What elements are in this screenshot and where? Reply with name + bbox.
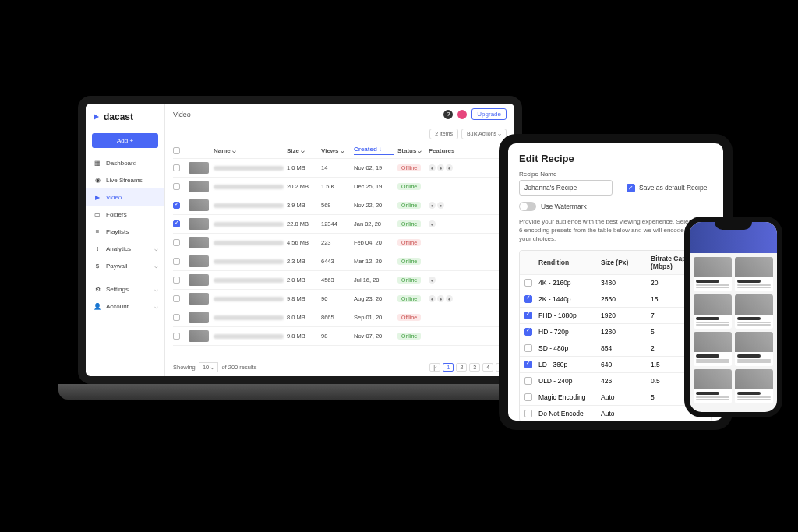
row-checkbox[interactable] (173, 295, 180, 302)
watermark-label: Use Watermark (541, 203, 587, 210)
page-first[interactable]: |‹ (429, 363, 440, 372)
avatar[interactable] (457, 110, 467, 119)
views-cell: 90 (321, 295, 351, 302)
rendition-row[interactable]: ULD - 240p 426 0.5 (520, 373, 711, 389)
page-3[interactable]: 3 (469, 363, 480, 372)
table-row[interactable]: 3.9 MB 568 Nov 22, 20 Online ●● (173, 196, 507, 215)
col-status[interactable]: Status ⌵ (397, 147, 425, 154)
rendition-checkbox[interactable] (524, 377, 532, 385)
phone-card[interactable] (694, 257, 732, 291)
created-cell: Jul 16, 20 (354, 277, 394, 284)
watermark-toggle[interactable] (519, 202, 536, 211)
row-checkbox[interactable] (173, 258, 180, 265)
phone-card[interactable] (735, 332, 773, 366)
rendition-row[interactable]: HD - 720p 1280 5 (520, 324, 711, 340)
row-checkbox[interactable] (173, 220, 180, 227)
row-checkbox[interactable] (173, 277, 180, 284)
rendition-name: 2K - 1440p (538, 295, 601, 303)
row-checkbox[interactable] (173, 333, 180, 340)
select-all-checkbox[interactable] (173, 147, 180, 154)
sidebar-item-analytics[interactable]: ⫾Analytics⌵ (86, 240, 164, 257)
filter-row: 2 items Bulk Actions ⌵ (165, 125, 514, 143)
video-name (214, 185, 284, 189)
phone-grid (690, 253, 777, 407)
page-4[interactable]: 4 (482, 363, 493, 372)
help-icon[interactable]: ? (443, 110, 453, 119)
rendition-checkbox[interactable] (524, 328, 532, 336)
sidebar-item-video[interactable]: ▶Video (86, 188, 164, 206)
page-2[interactable]: 2 (456, 363, 467, 372)
bulk-actions-button[interactable]: Bulk Actions ⌵ (461, 129, 507, 139)
dashboard-icon: ▦ (94, 159, 101, 167)
rendition-row[interactable]: 4K - 2160p 3480 20 (520, 275, 711, 291)
row-checkbox[interactable] (173, 314, 180, 321)
thumbnail (189, 330, 209, 342)
col-views[interactable]: Views ⌵ (321, 147, 351, 154)
phone-card[interactable] (735, 294, 773, 329)
sidebar-item-paywall[interactable]: $Paywall⌵ (86, 257, 164, 274)
sidebar-item-folders[interactable]: ▭Folders (86, 206, 164, 223)
rendition-name: FHD - 1080p (538, 312, 601, 319)
chevron-down-icon: ⌵ (154, 245, 158, 252)
table-row[interactable]: 8.0 MB 8665 Sep 01, 20 Offline (173, 308, 507, 327)
rendition-checkbox[interactable] (524, 295, 532, 303)
phone-card[interactable] (735, 369, 773, 403)
rendition-checkbox[interactable] (524, 344, 532, 352)
page-1[interactable]: 1 (443, 363, 454, 372)
upgrade-button[interactable]: Upgrade (471, 108, 507, 120)
per-page-select[interactable]: 10 ⌵ (199, 362, 218, 372)
rendition-checkbox[interactable] (524, 393, 532, 401)
thumbnail (189, 181, 209, 192)
add-button[interactable]: Add + (92, 133, 158, 148)
status-badge: Offline (397, 164, 421, 171)
rendition-table: Rendition Size (Px) Bitrate Cap (Mbps) 4… (519, 250, 712, 422)
table-row[interactable]: 9.8 MB 98 Nov 07, 20 Online (173, 327, 507, 346)
row-checkbox[interactable] (173, 239, 180, 246)
phone-card[interactable] (694, 294, 732, 329)
rendition-row[interactable]: Magic Encoding Auto 5 (520, 389, 711, 406)
rendition-checkbox[interactable] (524, 312, 532, 319)
recipe-name-input[interactable]: Johanna's Recipe (519, 180, 613, 196)
rendition-row[interactable]: FHD - 1080p 1920 7 (520, 308, 711, 324)
rendition-size: 2560 (601, 295, 651, 303)
recipe-name-label: Recipe Name (519, 171, 712, 178)
table-row[interactable]: 9.8 MB 90 Aug 23, 20 Online ●●● (173, 290, 507, 308)
sidebar-item-settings[interactable]: ⚙Settings⌵ (86, 280, 164, 298)
phone-card[interactable] (694, 332, 732, 366)
sidebar-nav: ▦Dashboard ◉Live Streams ▶Video ▭Folders… (86, 154, 164, 315)
table-row[interactable]: 20.2 MB 1.5 K Dec 25, 19 Online (173, 178, 507, 196)
rendition-name: 4K - 2160p (538, 279, 601, 287)
col-created[interactable]: Created ↓ (354, 146, 394, 155)
save-default-checkbox[interactable]: ✓ (627, 184, 635, 192)
phone-card[interactable] (735, 257, 773, 291)
sidebar-item-livestreams[interactable]: ◉Live Streams (86, 171, 164, 188)
sidebar-item-account[interactable]: 👤Account⌵ (86, 298, 164, 315)
col-name[interactable]: Name ⌵ (214, 147, 284, 154)
phone-device (684, 217, 782, 417)
rendition-checkbox[interactable] (524, 279, 532, 287)
rendition-row[interactable]: SD - 480p 854 2 (520, 340, 711, 357)
status-badge: Online (397, 333, 421, 340)
sidebar-item-dashboard[interactable]: ▦Dashboard (86, 154, 164, 171)
table-row[interactable]: 4.56 MB 223 Feb 04, 20 Offline (173, 234, 507, 252)
row-checkbox[interactable] (173, 164, 180, 171)
rendition-checkbox[interactable] (524, 361, 532, 368)
sidebar-item-playlists[interactable]: ≡Playlists (86, 223, 164, 240)
rendition-name: HD - 720p (538, 328, 601, 336)
phone-card[interactable] (694, 369, 732, 403)
rendition-checkbox[interactable] (524, 410, 532, 417)
row-checkbox[interactable] (173, 202, 180, 209)
features-cell: ● (429, 220, 460, 227)
rendition-row[interactable]: 2K - 1440p 2560 15 (520, 291, 711, 308)
table-row[interactable]: 1.0 MB 14 Nov 02, 19 Offline ●●● (173, 159, 507, 178)
table-row[interactable]: 2.3 MB 6443 Mar 12, 20 Online (173, 252, 507, 271)
rendition-name: Do Not Encode (538, 410, 601, 417)
rendition-row[interactable]: LD - 360p 640 1.5 (520, 357, 711, 373)
status-badge: Online (397, 277, 421, 284)
kb-link[interactable]: Knowledge Base (649, 429, 696, 430)
table-row[interactable]: 22.8 MB 12344 Jan 02, 20 Online ● (173, 215, 507, 234)
rendition-row[interactable]: Do Not Encode Auto (520, 406, 711, 421)
row-checkbox[interactable] (173, 183, 180, 190)
table-row[interactable]: 2.0 MB 4563 Jul 16, 20 Online ● (173, 271, 507, 290)
col-size[interactable]: Size ⌵ (287, 147, 318, 154)
